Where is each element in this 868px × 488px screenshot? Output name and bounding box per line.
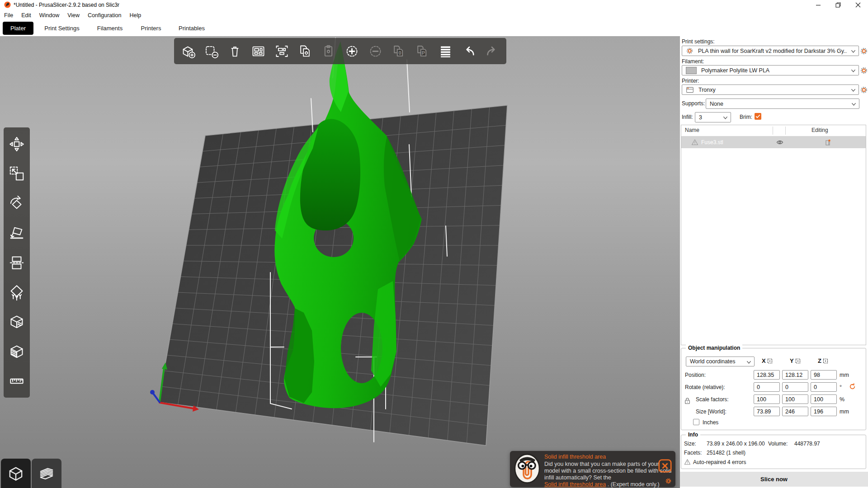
- svg-text:P: P: [422, 50, 425, 55]
- restore-button[interactable]: [828, 0, 848, 10]
- delete-all-button[interactable]: [224, 40, 246, 62]
- place-on-face-button[interactable]: [4, 219, 29, 246]
- object-row[interactable]: Fuse3.stl: [681, 136, 866, 148]
- menu-edit[interactable]: Edit: [17, 12, 35, 19]
- add-instance-button[interactable]: [340, 40, 363, 62]
- brim-checkbox[interactable]: [755, 113, 761, 120]
- size-x-field[interactable]: [754, 407, 780, 416]
- menu-file[interactable]: File: [0, 12, 17, 19]
- split-objects-button[interactable]: 0: [387, 40, 410, 62]
- 3d-viewport[interactable]: 0P Solid infill threshold area Did you k…: [0, 36, 680, 488]
- delete-all-icon: [227, 43, 243, 59]
- scale-x-field[interactable]: [754, 394, 780, 404]
- printer-value: Tronxy: [698, 87, 716, 93]
- menu-help[interactable]: Help: [125, 12, 145, 19]
- tab-print-settings[interactable]: Print Settings: [43, 22, 80, 35]
- print-settings-gear-icon[interactable]: [860, 47, 868, 55]
- warning-icon: [684, 459, 691, 465]
- 3d-editor-icon: [6, 464, 25, 483]
- cut-icon: [8, 254, 25, 271]
- cut-button[interactable]: [4, 249, 29, 276]
- remove-instance-icon: [368, 43, 383, 59]
- position-unit: mm: [840, 372, 849, 378]
- remove-instance-button[interactable]: [364, 40, 387, 62]
- inches-checkbox[interactable]: [693, 419, 699, 425]
- scale-z-field[interactable]: [811, 394, 837, 404]
- chevron-down-icon: [850, 67, 857, 74]
- rotate-y-field[interactable]: [782, 382, 808, 392]
- paint-supports-button[interactable]: [4, 279, 29, 306]
- eye-icon[interactable]: [776, 139, 783, 145]
- lock-icon[interactable]: [684, 397, 691, 405]
- measure-button[interactable]: [4, 367, 29, 394]
- size-z-field[interactable]: [811, 407, 837, 416]
- volume-label: Volume:: [768, 441, 788, 447]
- scale-icon: [8, 165, 25, 182]
- redo-button[interactable]: [481, 40, 504, 62]
- notification-close-icon[interactable]: [658, 459, 672, 473]
- measure-icon: [8, 372, 25, 389]
- coordinates-combo[interactable]: World coordinates: [686, 357, 755, 366]
- fuzzy-skin-button[interactable]: [4, 338, 29, 365]
- seam-button[interactable]: [4, 308, 29, 335]
- size-y-field[interactable]: [782, 407, 808, 416]
- filament-combo[interactable]: Polymaker Polylite LW PLA: [682, 65, 859, 75]
- position-x-field[interactable]: [754, 370, 780, 380]
- info-title: Info: [686, 432, 700, 438]
- menu-window[interactable]: Window: [35, 12, 63, 19]
- rotate-x-field[interactable]: [754, 382, 780, 392]
- redo-icon: [484, 43, 500, 59]
- filament-color-swatch: [686, 67, 697, 74]
- reset-rotation-icon[interactable]: [849, 383, 856, 390]
- copy-button[interactable]: [294, 40, 316, 62]
- supports-combo[interactable]: None: [706, 99, 859, 109]
- variable-layer-height-button[interactable]: [434, 40, 457, 62]
- split-parts-button[interactable]: P: [411, 40, 434, 62]
- remove-button[interactable]: [200, 40, 223, 62]
- paste-button[interactable]: [317, 40, 340, 62]
- arrange-button[interactable]: [247, 40, 269, 62]
- move-button[interactable]: [4, 131, 29, 158]
- add-button[interactable]: [177, 40, 199, 62]
- tab-plater[interactable]: Plater: [3, 22, 33, 35]
- scale-y-field[interactable]: [782, 394, 808, 404]
- undo-button[interactable]: [458, 40, 480, 62]
- tab-printables[interactable]: Printables: [177, 22, 206, 35]
- svg-text:0: 0: [399, 50, 401, 55]
- printer-combo[interactable]: Tronxy: [682, 84, 859, 95]
- printer-gear-icon[interactable]: [860, 86, 868, 94]
- chevron-down-icon: [850, 101, 857, 108]
- close-button[interactable]: [848, 0, 868, 10]
- notification-text-line3: infill automatically? Set the: [544, 474, 611, 481]
- preview-view-button[interactable]: [32, 459, 61, 488]
- position-z-field[interactable]: [811, 370, 837, 380]
- menu-view[interactable]: View: [63, 12, 84, 19]
- minimize-button[interactable]: [808, 0, 828, 10]
- axis-box-icon: [767, 358, 773, 364]
- solid-infill-threshold-link[interactable]: Solid infill threshold area: [544, 481, 606, 488]
- edit-object-icon[interactable]: [824, 139, 831, 146]
- editor-view-button[interactable]: [1, 459, 31, 488]
- tab-filaments[interactable]: Filaments: [96, 22, 124, 35]
- scale-button[interactable]: [4, 160, 29, 187]
- tab-printers[interactable]: Printers: [138, 22, 164, 35]
- object-name: Fuse3.stl: [701, 139, 723, 145]
- print-settings-combo[interactable]: PLA thin wall for SoarKraft v2 modified …: [682, 46, 859, 56]
- position-y-field[interactable]: [782, 370, 808, 380]
- rotate-icon: [8, 195, 25, 212]
- slice-now-button[interactable]: Slice now: [680, 472, 868, 487]
- layers-preview-icon: [37, 464, 56, 483]
- rotate-button[interactable]: [4, 190, 29, 217]
- notification-settings-icon[interactable]: [665, 478, 672, 484]
- axis-header-x: X: [762, 357, 773, 364]
- size-info-value: 73.89 x 246.00 x 196.00: [707, 441, 765, 447]
- arrange-icon: [250, 43, 266, 59]
- filament-gear-icon[interactable]: [860, 66, 868, 75]
- prusaslicer-logo-icon: [4, 1, 11, 8]
- infill-combo[interactable]: 3: [695, 112, 731, 122]
- arrange-bed-button[interactable]: [270, 40, 293, 62]
- column-name: Name: [685, 127, 699, 133]
- rotate-z-field[interactable]: [811, 382, 837, 392]
- menu-configuration[interactable]: Configuration: [84, 12, 125, 19]
- scene-canvas: [0, 36, 680, 488]
